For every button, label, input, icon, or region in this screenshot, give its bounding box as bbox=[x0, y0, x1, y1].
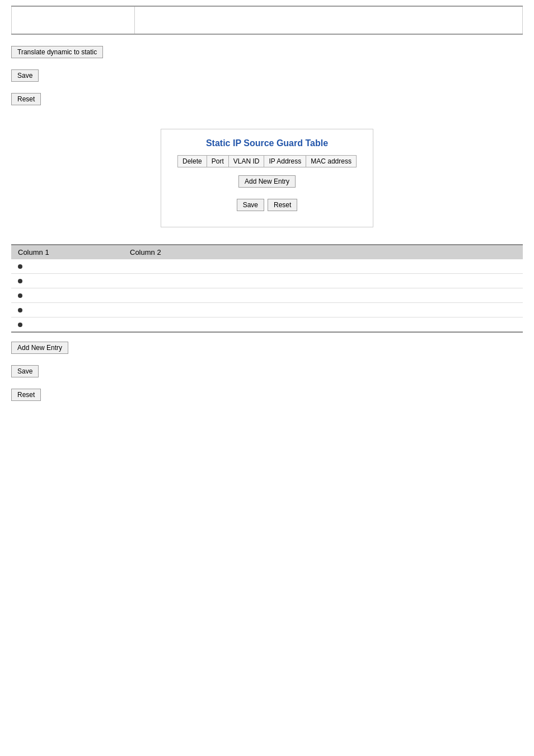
guard-col-vlanid: VLAN ID bbox=[229, 156, 265, 167]
bottom-save-button[interactable]: Save bbox=[11, 365, 39, 377]
top-table bbox=[11, 6, 523, 35]
top-table-cell-right bbox=[135, 6, 523, 34]
add-new-entry-button[interactable]: Add New Entry bbox=[11, 342, 68, 354]
bullet-icon bbox=[18, 323, 22, 327]
guard-col-port: Port bbox=[207, 156, 229, 167]
guard-reset-button[interactable]: Reset bbox=[268, 199, 297, 211]
guard-table-title: Static IP Source Guard Table bbox=[170, 138, 364, 148]
row3-col2 bbox=[123, 288, 523, 303]
data-table: Column 1 Column 2 bbox=[11, 244, 523, 333]
table-row bbox=[11, 259, 523, 274]
row3-col1 bbox=[11, 288, 123, 303]
row1-col1 bbox=[11, 259, 123, 274]
row4-col2 bbox=[123, 303, 523, 318]
row2-col1 bbox=[11, 274, 123, 288]
bullet-icon bbox=[18, 279, 22, 283]
row5-col2 bbox=[123, 318, 523, 333]
row5-col1 bbox=[11, 318, 123, 333]
guard-add-new-entry-button[interactable]: Add New Entry bbox=[238, 175, 296, 188]
row2-col2 bbox=[123, 274, 523, 288]
row1-col2 bbox=[123, 259, 523, 274]
table-row bbox=[11, 288, 523, 303]
bottom-save-group: Save bbox=[11, 365, 523, 384]
save-button-group-top: Save bbox=[11, 69, 523, 88]
guard-table-buttons: Save Reset bbox=[170, 199, 364, 218]
guard-col-delete: Delete bbox=[178, 156, 207, 167]
bottom-reset-group: Reset bbox=[11, 389, 523, 408]
add-new-entry-group: Add New Entry bbox=[11, 342, 523, 361]
row4-col1 bbox=[11, 303, 123, 318]
table-row bbox=[11, 274, 523, 288]
reset-button-top[interactable]: Reset bbox=[11, 93, 41, 105]
guard-table-container: Static IP Source Guard Table Delete Port… bbox=[161, 129, 373, 227]
save-button-top[interactable]: Save bbox=[11, 69, 39, 82]
bullet-icon bbox=[18, 264, 22, 269]
bottom-reset-button[interactable]: Reset bbox=[11, 389, 41, 401]
data-table-col2-header: Column 2 bbox=[123, 245, 523, 259]
translate-dynamic-button[interactable]: Translate dynamic to static bbox=[11, 46, 103, 58]
bullet-icon bbox=[18, 308, 22, 312]
data-table-col1-header: Column 1 bbox=[11, 245, 123, 259]
guard-table-add-row: Add New Entry bbox=[170, 175, 364, 194]
guard-col-ipaddress: IP Address bbox=[264, 156, 306, 167]
reset-button-group-top: Reset bbox=[11, 93, 523, 112]
translate-button-group: Translate dynamic to static bbox=[11, 46, 523, 65]
guard-table-header: Delete Port VLAN ID IP Address MAC addre… bbox=[177, 155, 357, 167]
top-table-cell-left bbox=[12, 6, 135, 34]
guard-col-macaddress: MAC address bbox=[306, 156, 356, 167]
bullet-icon bbox=[18, 293, 22, 298]
table-row bbox=[11, 318, 523, 333]
table-row bbox=[11, 303, 523, 318]
guard-save-button[interactable]: Save bbox=[237, 199, 264, 211]
bottom-buttons: Add New Entry Save Reset bbox=[11, 342, 523, 408]
